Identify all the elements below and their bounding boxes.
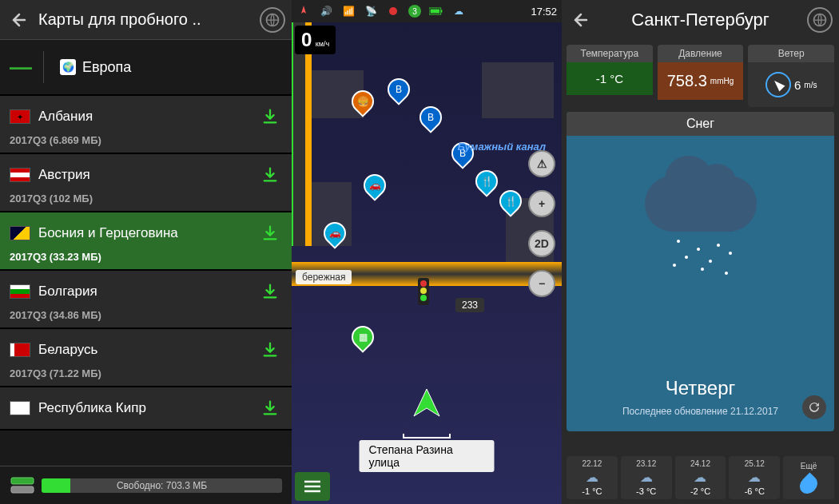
svg-rect-5 bbox=[431, 10, 439, 14]
download-button[interactable] bbox=[258, 338, 282, 362]
view-2d-button[interactable]: 2D bbox=[528, 230, 555, 257]
country-item[interactable]: Албания 2017Q3 (6.869 МБ) bbox=[0, 96, 292, 154]
storage-icon bbox=[10, 476, 35, 495]
back-button[interactable] bbox=[568, 7, 594, 33]
globe-icon[interactable] bbox=[260, 7, 285, 33]
weather-icon bbox=[645, 176, 757, 232]
poi-pin[interactable]: 🍴 bbox=[499, 190, 522, 217]
poi-pin[interactable]: 🍴 bbox=[475, 170, 498, 197]
poi-pin[interactable]: ▦ bbox=[352, 326, 374, 353]
weather-panel: Санкт-Петербург Температура -1 °C Давлен… bbox=[562, 0, 839, 504]
weather-header: Санкт-Петербург bbox=[562, 0, 839, 40]
poi-pin[interactable]: B bbox=[388, 78, 410, 105]
europe-flag-icon: 🌍 bbox=[60, 59, 76, 75]
forecast-item[interactable]: 24.12 ☁ -2 °C bbox=[675, 456, 726, 499]
drop-icon bbox=[797, 472, 821, 497]
forecast-item[interactable]: 23.12 ☁ -3 °C bbox=[621, 456, 672, 499]
status-time: 17:52 bbox=[531, 6, 557, 18]
speed-indicator: 0 км/ч bbox=[295, 26, 336, 54]
forecast-item[interactable]: 22.12 ☁ -1 °C bbox=[567, 456, 618, 499]
country-info: 2017Q3 (33.23 МБ) bbox=[10, 251, 282, 263]
poi-pin[interactable]: B bbox=[420, 106, 442, 133]
flag-icon bbox=[10, 343, 30, 357]
cloud-icon: ☁ bbox=[568, 470, 616, 485]
flag-icon bbox=[10, 401, 30, 415]
collapse-icon[interactable]: — bbox=[10, 54, 34, 80]
svg-rect-1 bbox=[11, 478, 34, 484]
wind-card[interactable]: Ветер 6m/s bbox=[748, 45, 834, 107]
storage-text: Свободно: 703.3 МБ bbox=[42, 478, 282, 493]
poi-pin[interactable]: 🚗 bbox=[364, 174, 386, 201]
refresh-button[interactable] bbox=[802, 395, 826, 419]
compass-icon[interactable] bbox=[296, 4, 311, 18]
country-name: Босния и Герцеговина bbox=[38, 225, 258, 241]
country-item[interactable]: Босния и Герцеговина 2017Q3 (33.23 МБ) bbox=[0, 212, 292, 271]
metrics-row: Температура -1 °C Давление 758.3mmHg Вет… bbox=[562, 40, 839, 112]
download-button[interactable] bbox=[258, 163, 282, 187]
record-icon[interactable] bbox=[386, 4, 400, 18]
flag-icon bbox=[10, 284, 30, 299]
maps-header: Карты для пробного .. bbox=[0, 0, 292, 40]
compass-icon bbox=[765, 72, 791, 97]
europe-row[interactable]: — 🌍 Европа bbox=[0, 40, 292, 96]
status-bar: 🔊 📶 📡 3 ☁ 17:52 bbox=[292, 0, 562, 22]
flag-icon bbox=[10, 168, 30, 182]
forecast-row: 22.12 ☁ -1 °C23.12 ☁ -3 °C24.12 ☁ -2 °C2… bbox=[567, 456, 834, 499]
maps-title: Карты для пробного .. bbox=[38, 10, 260, 29]
back-button[interactable] bbox=[6, 7, 32, 33]
canal-label: Бумажный канал bbox=[458, 141, 547, 153]
temperature-card[interactable]: Температура -1 °C bbox=[567, 45, 653, 107]
cloud-icon: ☁ bbox=[622, 470, 670, 485]
storage-bar: Свободно: 703.3 МБ bbox=[0, 466, 292, 504]
day-name: Четверг bbox=[567, 377, 834, 399]
map-view[interactable]: 🍔 B B B 🚗 🍴 🍴 🚗 ▦ Бумажный канал бережна… bbox=[292, 22, 562, 504]
storage-progress: Свободно: 703.3 МБ bbox=[42, 478, 282, 493]
download-button[interactable] bbox=[258, 280, 282, 304]
globe-icon[interactable] bbox=[807, 7, 833, 33]
poi-pin[interactable]: 🍔 bbox=[352, 90, 374, 117]
cloud-icon: ☁ bbox=[730, 470, 778, 485]
weather-status-icon[interactable]: ☁ bbox=[451, 4, 466, 18]
country-item[interactable]: Болгария 2017Q3 (34.86 МБ) bbox=[0, 271, 292, 329]
download-button[interactable] bbox=[258, 396, 282, 420]
download-button[interactable] bbox=[258, 105, 282, 129]
warning-button[interactable]: ⚠ bbox=[528, 150, 555, 177]
country-name: Республика Кипр bbox=[38, 400, 258, 416]
country-list: Албания 2017Q3 (6.869 МБ) Австрия 2017Q3… bbox=[0, 96, 292, 431]
last-update: Последнее обновление 21.12.2017 bbox=[567, 406, 834, 417]
condition-label: Снег bbox=[567, 112, 834, 136]
poi-pin[interactable]: 🚗 bbox=[324, 222, 346, 249]
house-number: 233 bbox=[455, 298, 484, 312]
navigation-arrow-icon bbox=[409, 386, 444, 424]
country-item[interactable]: Австрия 2017Q3 (102 МБ) bbox=[0, 154, 292, 212]
svg-rect-6 bbox=[441, 10, 443, 12]
road-label: бережная bbox=[296, 270, 352, 284]
zoom-in-button[interactable]: + bbox=[528, 190, 555, 217]
country-info: 2017Q3 (34.86 МБ) bbox=[10, 309, 282, 321]
country-item[interactable]: Беларусь 2017Q3 (71.22 МБ) bbox=[0, 329, 292, 387]
zoom-out-button[interactable]: − bbox=[528, 270, 555, 297]
flag-icon bbox=[10, 226, 30, 240]
sound-icon[interactable]: 🔊 bbox=[319, 4, 333, 18]
battery-icon bbox=[429, 4, 443, 18]
country-name: Австрия bbox=[38, 167, 258, 183]
flag-icon bbox=[10, 109, 30, 124]
download-button[interactable] bbox=[258, 221, 282, 245]
badge-icon[interactable]: 3 bbox=[408, 5, 421, 18]
svg-rect-2 bbox=[11, 486, 34, 493]
country-item[interactable]: Республика Кипр bbox=[0, 387, 292, 431]
country-name: Албания bbox=[38, 109, 258, 125]
europe-label: Европа bbox=[82, 59, 131, 76]
street-name: Степана Разина улица bbox=[360, 440, 495, 472]
signal-icon: 📶 bbox=[341, 4, 356, 18]
navigation-panel: 🔊 📶 📡 3 ☁ 17:52 🍔 B B B 🚗 🍴 🍴 🚗 ▦ Бумажн… bbox=[292, 0, 562, 504]
menu-button[interactable] bbox=[295, 472, 330, 501]
maps-panel: Карты для пробного .. — 🌍 Европа Албания… bbox=[0, 0, 292, 504]
weather-main: Снег Четверг Последнее обновление 21.12.… bbox=[567, 112, 834, 431]
traffic-light-icon bbox=[418, 278, 429, 305]
country-name: Болгария bbox=[38, 284, 258, 300]
forecast-more-button[interactable]: Ещё bbox=[783, 456, 834, 499]
forecast-item[interactable]: 25.12 ☁ -6 °C bbox=[729, 456, 780, 499]
country-name: Беларусь bbox=[38, 342, 258, 358]
pressure-card[interactable]: Давление 758.3mmHg bbox=[658, 45, 744, 107]
